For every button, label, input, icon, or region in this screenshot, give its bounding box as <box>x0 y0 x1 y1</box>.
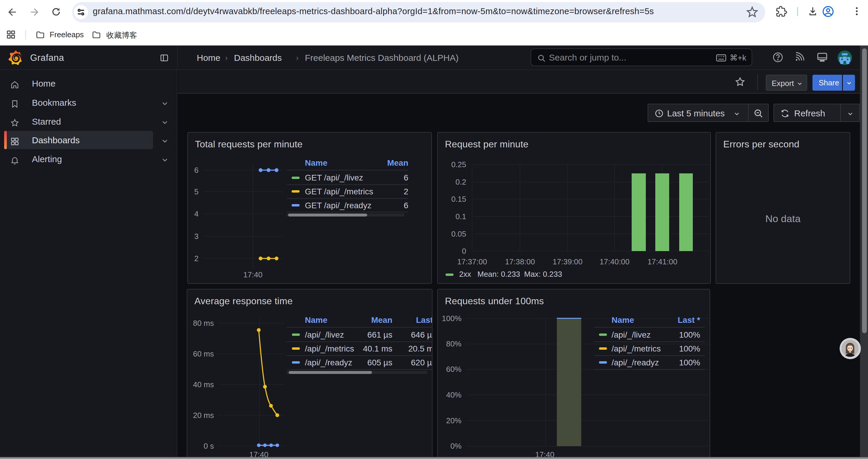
svg-text:0: 0 <box>462 247 466 256</box>
svg-text:Last *: Last * <box>678 316 700 325</box>
svg-text:17:37:00: 17:37:00 <box>457 257 487 266</box>
svg-text:2: 2 <box>404 187 408 196</box>
svg-text:Mean: 0.233: Mean: 0.233 <box>477 270 520 278</box>
svg-text:6: 6 <box>404 173 408 182</box>
svg-text:/api/_/livez: /api/_/livez <box>612 330 651 339</box>
svg-text:Mean: Mean <box>371 316 392 325</box>
svg-text:/api/_/livez: /api/_/livez <box>305 330 344 339</box>
svg-text:100%: 100% <box>679 358 700 367</box>
svg-text:20.5 ms: 20.5 ms <box>408 344 432 353</box>
svg-text:17:41:00: 17:41:00 <box>647 257 677 266</box>
svg-text:80%: 80% <box>446 339 462 348</box>
svg-text:4: 4 <box>194 209 198 218</box>
svg-text:/api/_/metrics: /api/_/metrics <box>612 344 661 353</box>
svg-text:100%: 100% <box>679 330 700 339</box>
svg-text:17:39:00: 17:39:00 <box>553 257 583 266</box>
svg-text:0.15: 0.15 <box>451 195 466 203</box>
svg-text:40 ms: 40 ms <box>193 380 214 389</box>
svg-text:646 µs: 646 µs <box>411 330 432 339</box>
svg-text:60 ms: 60 ms <box>193 350 214 358</box>
svg-text:Max: 0.233: Max: 0.233 <box>524 270 562 278</box>
svg-text:5: 5 <box>194 187 198 196</box>
svg-text:GET /api/_/readyz: GET /api/_/readyz <box>305 201 371 210</box>
svg-text:/api/_/metrics: /api/_/metrics <box>305 344 354 353</box>
svg-text:2: 2 <box>194 254 198 263</box>
svg-text:0.2: 0.2 <box>456 177 466 186</box>
svg-text:Name: Name <box>305 158 327 167</box>
svg-text:100%: 100% <box>442 314 462 323</box>
svg-text:0.1: 0.1 <box>456 212 466 221</box>
svg-text:0.25: 0.25 <box>451 160 466 169</box>
svg-text:620 µs: 620 µs <box>411 358 432 367</box>
svg-text:40%: 40% <box>446 391 462 399</box>
svg-text:3: 3 <box>194 232 198 241</box>
svg-text:661 µs: 661 µs <box>367 330 392 339</box>
svg-text:Last *: Last * <box>416 316 432 325</box>
svg-text:6: 6 <box>194 166 198 174</box>
svg-text:20 ms: 20 ms <box>193 411 214 420</box>
svg-text:GET /api/_/livez: GET /api/_/livez <box>305 173 363 182</box>
svg-text:GET /api/_/metrics: GET /api/_/metrics <box>305 187 373 196</box>
svg-text:0%: 0% <box>450 441 462 451</box>
svg-text:100%: 100% <box>679 344 700 353</box>
svg-text:0 s: 0 s <box>204 441 214 451</box>
svg-text:2xx: 2xx <box>459 270 471 278</box>
svg-text:0.05: 0.05 <box>451 230 466 238</box>
svg-text:17:40: 17:40 <box>243 270 262 279</box>
svg-text:Name: Name <box>612 316 634 325</box>
svg-text:40.1 ms: 40.1 ms <box>363 344 392 353</box>
svg-text:17:38:00: 17:38:00 <box>505 257 535 266</box>
svg-text:605 µs: 605 µs <box>367 358 392 367</box>
svg-text:/api/_/readyz: /api/_/readyz <box>305 358 352 367</box>
svg-text:Mean: Mean <box>387 158 408 167</box>
svg-text:17:40:00: 17:40:00 <box>599 257 629 266</box>
svg-text:/api/_/readyz: /api/_/readyz <box>612 358 659 367</box>
svg-text:20%: 20% <box>446 416 462 425</box>
svg-text:Name: Name <box>305 316 327 325</box>
svg-text:80 ms: 80 ms <box>193 319 214 328</box>
svg-text:6: 6 <box>404 201 408 210</box>
svg-text:60%: 60% <box>446 365 462 374</box>
